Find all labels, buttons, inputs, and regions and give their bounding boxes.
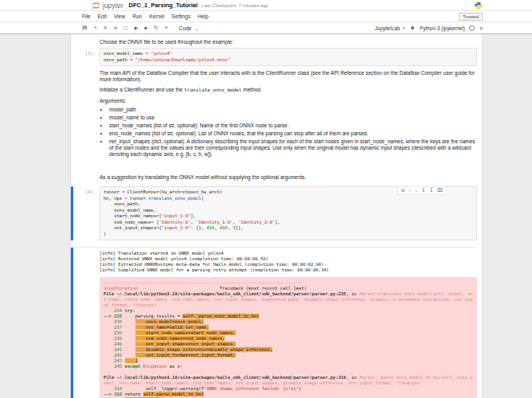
menu-toggle-icon[interactable]: ≡ — [479, 25, 483, 31]
list-item: net_input_shapes (dict, optional): A dic… — [109, 139, 477, 158]
code-cell-4-active: [4]: runner = ClientRunner(hw_arch=chose… — [71, 186, 477, 240]
output-content: [info] Translation started on ONNX model… — [100, 251, 477, 398]
inline-code: translate_onnx_model — [184, 87, 241, 92]
jupyter-logo-icon — [92, 2, 100, 10]
notebook-header: jupyter DFC_1_Parsing_Tutorial Last Chec… — [0, 0, 532, 34]
cell-4-output-area: [info] Translation started on ONNX model… — [71, 247, 477, 398]
copy-cell-icon[interactable]: ⧉ — [114, 24, 117, 32]
move-up-icon[interactable]: ↑ — [409, 188, 411, 193]
list-item: model_name to use — [109, 115, 477, 121]
run-cell-icon[interactable]: ▶ — [135, 24, 139, 32]
notebook-toolbar: ▤ + ✕ ⧉ ▢ ▶ ■ ↻ » Code ⌄ JupyterLab ↗ Py… — [0, 22, 532, 34]
notebook-title[interactable]: DFC_1_Parsing_Tutorial — [129, 2, 198, 9]
cell-type-dropdown[interactable]: Code — [179, 25, 192, 31]
jupyter-notebook-window: jupyter DFC_1_Parsing_Tutorial Last Chec… — [0, 0, 532, 398]
notebook-page: Choose the ONNX file to be used througho… — [70, 34, 483, 398]
external-link-icon[interactable]: ↗ — [401, 25, 405, 31]
restart-kernel-icon[interactable]: ↻ — [154, 24, 158, 32]
log-line: [info] Restored ONNX model yolov4 (compl… — [100, 256, 477, 262]
delete-cell-icon[interactable]: ⌧ — [437, 188, 443, 193]
checkpoint-label: Last Checkpoint: 7 minutes ago — [201, 3, 268, 8]
trusted-badge[interactable]: Trusted — [459, 13, 483, 21]
log-line: [info] Simplified ONNX model for a parsi… — [100, 267, 477, 273]
menu-bar: File Edit View Run Kernel Settings Help … — [0, 11, 532, 22]
md-text: Initialize a ClientRunner and use the — [100, 87, 184, 92]
cell-toolbar: ⧉ ↑ ↓ ↥ ↧ ⌧ — [397, 186, 447, 195]
code-editor[interactable]: onnx_model_name = "yolov4"onnx_path = "/… — [100, 48, 477, 66]
stop-kernel-icon[interactable]: ■ — [144, 24, 147, 32]
cell-prompt: [4]: — [71, 186, 100, 240]
md-text: method. — [241, 87, 261, 92]
notebook-scroll-area[interactable]: Choose the ONNX file to be used througho… — [0, 34, 532, 398]
list-item: model_path — [109, 107, 477, 113]
markdown-cell-choose-onnx[interactable]: Choose the ONNX file to be used througho… — [100, 39, 477, 45]
menu-kernel[interactable]: Kernel — [149, 14, 164, 19]
add-cell-icon[interactable]: + — [94, 24, 97, 32]
error-traceback: ----------------------------------------… — [100, 277, 477, 398]
move-down-icon[interactable]: ↓ — [415, 188, 417, 193]
list-item: end_node_names (list of str, optional): … — [109, 131, 477, 137]
chevron-down-icon[interactable]: ⌄ — [195, 25, 199, 31]
insert-below-icon[interactable]: ↧ — [429, 188, 433, 193]
title-bar: jupyter DFC_1_Parsing_Tutorial Last Chec… — [0, 0, 532, 11]
kernel-name-button[interactable]: Python 3 (ipykernel) — [420, 25, 465, 31]
cell-prompt: [3]: — [71, 48, 100, 66]
menu-file[interactable]: File — [82, 14, 91, 19]
log-line: [info] Translation started on ONNX model… — [100, 251, 477, 256]
output-collapser[interactable] — [71, 248, 73, 398]
markdown-cell-arguments[interactable]: Arguments: — [100, 98, 477, 104]
paste-cell-icon[interactable]: ▢ — [123, 24, 128, 32]
menu-edit[interactable]: Edit — [98, 14, 107, 19]
insert-above-icon[interactable]: ↥ — [421, 188, 425, 193]
restart-run-all-icon[interactable]: » — [165, 24, 168, 32]
menu-help[interactable]: Help — [198, 14, 209, 19]
code-cell-3: [3]: onnx_model_name = "yolov4"onnx_path… — [71, 48, 477, 66]
kernel-busy-indicator-icon — [411, 26, 414, 29]
menu-settings[interactable]: Settings — [171, 14, 190, 19]
save-icon[interactable]: ▤ — [82, 24, 88, 32]
output-gutter — [71, 251, 100, 398]
jupyterlab-link[interactable]: JupyterLab — [374, 25, 400, 31]
list-item: start_node_names (list of str, optional)… — [109, 123, 477, 129]
python-logo-icon — [475, 2, 483, 10]
menu-run[interactable]: Run — [132, 14, 142, 19]
markdown-cell-suggestion[interactable]: As a suggestion try translating the ONNX… — [100, 174, 477, 181]
duplicate-cell-icon[interactable]: ⧉ — [401, 188, 405, 193]
arguments-list: model_path model_name to use start_node_… — [100, 107, 477, 158]
cut-cell-icon[interactable]: ✕ — [104, 24, 108, 32]
kernel-status-icon — [469, 25, 475, 31]
menu-view[interactable]: View — [114, 14, 125, 19]
markdown-cell-main-api[interactable]: The main API of the Dataflow Compiler th… — [100, 70, 477, 83]
markdown-cell-arguments-list[interactable]: model_path model_name to use start_node_… — [100, 107, 477, 158]
log-line: [info] Extracted ONNXRuntime meta-data f… — [100, 262, 477, 267]
jupyter-wordmark: jupyter — [103, 2, 123, 10]
active-cell-indicator[interactable] — [71, 186, 73, 240]
markdown-cell-initialize[interactable]: Initialize a ClientRunner and use the tr… — [100, 87, 477, 93]
